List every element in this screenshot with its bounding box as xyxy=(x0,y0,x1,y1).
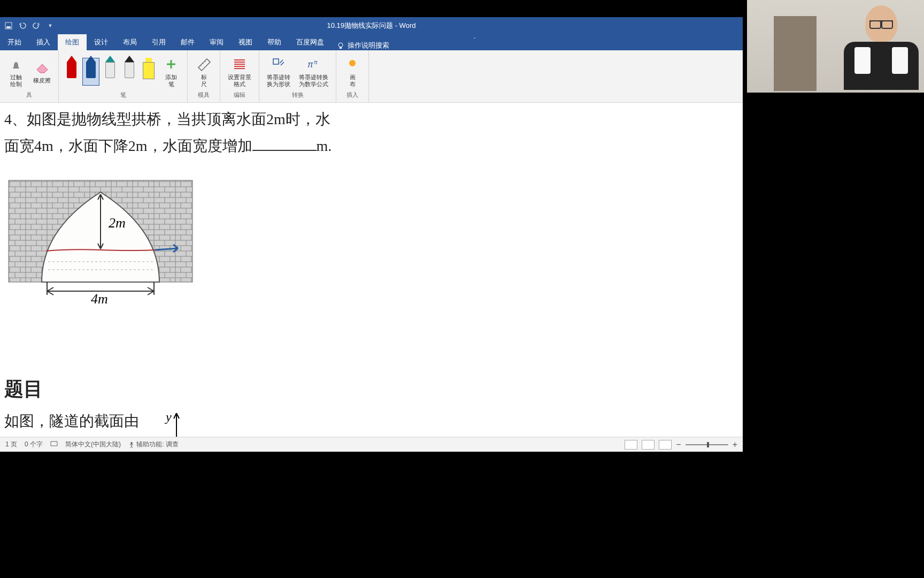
insert-group-label: 插入 xyxy=(346,91,358,100)
zoom-in[interactable]: + xyxy=(733,440,737,450)
plus-icon xyxy=(165,58,178,71)
redo-icon[interactable] xyxy=(32,21,41,30)
convert-group-label: 转换 xyxy=(292,91,304,100)
tab-insert[interactable]: 插入 xyxy=(29,34,58,50)
view-read-mode[interactable] xyxy=(625,440,637,450)
problem-line-2b: m. xyxy=(317,138,332,154)
ribbon: 过触 绘制 橡皮擦 具 添加 笔 笔 xyxy=(0,50,743,103)
view-web-layout[interactable] xyxy=(659,440,672,450)
webcam-overlay xyxy=(747,0,924,93)
svg-rect-16 xyxy=(51,442,57,446)
problem-line-2a: 面宽4m，水面下降2m，水面宽度增加 xyxy=(4,138,252,154)
touch-draw-button[interactable]: 过触 绘制 xyxy=(4,55,28,89)
format-background-button[interactable]: 设置背景 格式 xyxy=(225,55,255,89)
edit-group-label: 编辑 xyxy=(234,91,245,100)
quick-access-toolbar: ▼ xyxy=(0,21,55,30)
bridge-svg: 2m 4m xyxy=(4,176,197,305)
tell-me-label: 操作说明搜索 xyxy=(348,41,389,50)
status-words[interactable]: 0 个字 xyxy=(25,440,43,449)
status-bar: 1 页 0 个字 简体中文(中国大陆) 辅助功能: 调查 − + xyxy=(0,437,743,452)
bridge-figure: 2m 4m xyxy=(4,176,197,307)
ribbon-group-tools: 过触 绘制 橡皮擦 具 xyxy=(0,50,59,102)
canvas-icon xyxy=(347,59,358,70)
svg-rect-1 xyxy=(6,26,11,28)
problem-2-line-1: 如图，隧道的截面由 xyxy=(4,413,139,429)
ribbon-tabs: 开始 插入 绘图 设计 布局 引用 邮件 审阅 视图 帮助 百度网盘 操作说明搜… xyxy=(0,34,743,50)
canvas-button[interactable]: 画 布 xyxy=(341,55,364,89)
zoom-out[interactable]: − xyxy=(676,440,681,450)
ink-shape-label: 将墨迹转 换为形状 xyxy=(267,74,290,88)
autosave-icon[interactable] xyxy=(4,21,13,30)
add-pen-button[interactable]: 添加 笔 xyxy=(159,55,183,89)
ribbon-group-convert: 将墨迹转 换为形状 ππ 将墨迹转换 为数学公式 转换 xyxy=(259,50,336,102)
ink-math-icon: ππ xyxy=(306,57,321,72)
answer-blank xyxy=(252,150,317,151)
tab-help[interactable]: 帮助 xyxy=(260,34,289,50)
ribbon-group-pens: 添加 笔 笔 xyxy=(59,50,188,102)
ribbon-collapse-icon[interactable]: ˇ xyxy=(463,37,486,43)
pen-teal[interactable] xyxy=(102,58,119,86)
status-lang-icon xyxy=(50,440,58,449)
tools-group-label: 具 xyxy=(26,91,32,100)
lightbulb-icon xyxy=(337,42,344,49)
status-page[interactable]: 1 页 xyxy=(5,440,17,449)
section-heading: 题目 xyxy=(4,376,738,402)
eraser-icon xyxy=(35,61,50,74)
touch-icon xyxy=(10,57,22,72)
format-bg-label: 设置背景 格式 xyxy=(228,74,251,88)
svg-point-2 xyxy=(338,43,343,47)
touch-draw-label: 过触 绘制 xyxy=(10,74,22,88)
ribbon-group-edit: 设置背景 格式 编辑 xyxy=(220,50,259,102)
undo-icon[interactable] xyxy=(18,21,27,30)
tab-layout[interactable]: 布局 xyxy=(116,34,144,50)
ink-shape-icon xyxy=(271,57,286,72)
pen-blue[interactable] xyxy=(82,58,99,86)
status-accessibility[interactable]: 辅助功能: 调查 xyxy=(128,440,179,449)
tab-mailings[interactable]: 邮件 xyxy=(173,34,202,50)
eraser-button[interactable]: 橡皮擦 xyxy=(30,58,54,85)
eraser-label: 橡皮擦 xyxy=(33,77,51,84)
ruler-button[interactable]: 标 尺 xyxy=(192,55,215,89)
tell-me-search[interactable]: 操作说明搜索 xyxy=(332,41,395,50)
svg-point-17 xyxy=(130,442,133,444)
ruler-label: 标 尺 xyxy=(201,74,207,88)
canvas-label: 画 布 xyxy=(350,74,356,88)
view-print-layout[interactable] xyxy=(642,440,654,450)
tab-draw[interactable]: 绘图 xyxy=(58,34,87,50)
stencils-group-label: 模具 xyxy=(198,91,210,100)
pens-group-label: 笔 xyxy=(120,91,126,100)
qat-dropdown-icon[interactable]: ▼ xyxy=(46,21,55,30)
tab-references[interactable]: 引用 xyxy=(144,34,173,50)
fig-width-label: 4m xyxy=(91,291,108,305)
tab-view[interactable]: 视图 xyxy=(231,34,260,50)
tab-start[interactable]: 开始 xyxy=(0,34,29,50)
problem-text: 4、如图是抛物线型拱桥，当拱顶离水面2m时，水 面宽4m，水面下降2m，水面宽度… xyxy=(4,106,738,160)
ruler-icon xyxy=(196,57,211,72)
pen-black[interactable] xyxy=(121,58,138,86)
webcam-person xyxy=(844,5,919,91)
title-bar: ▼ 10.19抛物线实际问题 - Word xyxy=(0,17,743,34)
svg-rect-4 xyxy=(273,59,279,64)
highlighter-yellow[interactable] xyxy=(140,58,157,86)
tab-review[interactable]: 审阅 xyxy=(202,34,231,50)
document-area[interactable]: 4、如图是抛物线型拱桥，当拱顶离水面2m时，水 面宽4m，水面下降2m，水面宽度… xyxy=(0,103,743,452)
fig-height-label: 2m xyxy=(109,215,126,231)
ink-math-label: 将墨迹转换 为数学公式 xyxy=(299,74,328,88)
svg-point-7 xyxy=(349,60,356,66)
document-title: 10.19抛物线实际问题 - Word xyxy=(327,21,416,31)
pen-red[interactable] xyxy=(63,58,80,86)
ink-to-math-button[interactable]: ππ 将墨迹转换 为数学公式 xyxy=(296,55,332,89)
ink-to-shape-button[interactable]: 将墨迹转 换为形状 xyxy=(264,55,294,89)
svg-text:π: π xyxy=(314,59,318,65)
problem-line-1: 4、如图是抛物线型拱桥，当拱顶离水面2m时，水 xyxy=(4,111,330,127)
zoom-slider[interactable] xyxy=(686,444,728,445)
svg-text:π: π xyxy=(307,60,313,69)
svg-rect-3 xyxy=(340,47,342,49)
tab-design[interactable]: 设计 xyxy=(87,34,116,50)
ribbon-group-stencils: 标 尺 模具 xyxy=(188,50,220,102)
lines-icon xyxy=(232,57,247,72)
status-language[interactable]: 简体中文(中国大陆) xyxy=(65,440,121,449)
tab-baidu[interactable]: 百度网盘 xyxy=(289,34,332,50)
word-window: ▼ 10.19抛物线实际问题 - Word 开始 插入 绘图 设计 布局 引用 … xyxy=(0,17,743,452)
y-axis-label: y xyxy=(165,410,172,424)
